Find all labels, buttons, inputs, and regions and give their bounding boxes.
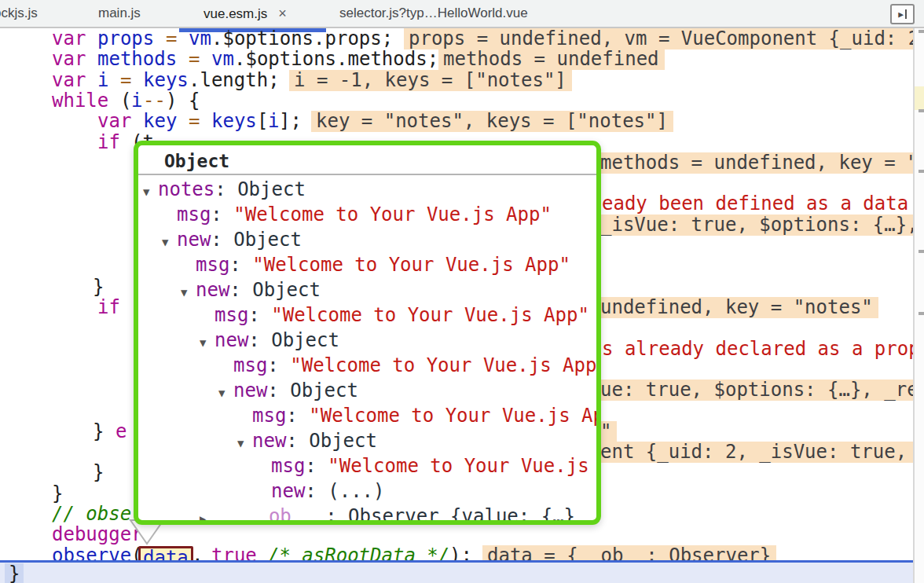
keyword-token: if	[97, 132, 120, 153]
tab-label: vue.esm.js	[204, 6, 267, 21]
code-token: (	[120, 90, 131, 112]
tree-node[interactable]: ▼new: Object	[138, 378, 596, 403]
tree-node[interactable]: msg: "Welcome to Your Vue.js App"	[138, 252, 596, 277]
show-panel-icon[interactable]: ▶	[890, 4, 915, 24]
tab-mockjs[interactable]: ockjs.js	[0, 3, 38, 24]
object-popover: Object ▼notes: Objectmsg: "Welcome to Yo…	[134, 141, 601, 525]
tree-node[interactable]: ▼new: Object	[138, 328, 596, 353]
code-token: .$options.methods;	[234, 49, 438, 70]
chevron-expanded-icon[interactable]: ▼	[218, 380, 233, 403]
property-name: new	[214, 329, 248, 351]
tab-label: main.js	[98, 6, 141, 20]
property-separator: :	[305, 455, 328, 477]
inline-eval-value: methods = undefined	[438, 49, 665, 70]
property-value: "Welcome to Your Vue.js App"	[328, 455, 596, 477]
close-icon[interactable]: ×	[278, 3, 287, 24]
property-separator: :	[286, 405, 309, 427]
keyword-token: e	[116, 421, 126, 442]
property-name: new	[196, 279, 229, 301]
property-name: msg	[177, 204, 211, 226]
property-name: msg	[252, 405, 286, 427]
scrollbar-highlight-mark	[915, 86, 924, 110]
inline-eval-value: props = undefined, vm = VueComponent {_u…	[404, 28, 913, 50]
identifier-token: methods	[97, 49, 177, 70]
inline-eval-value: ent {_uid: 2, _isVue: true,	[596, 442, 913, 463]
string-fragment: s already declared as a prop	[602, 339, 913, 360]
operator-token: =	[120, 70, 131, 91]
chevron-expanded-icon[interactable]: ▼	[162, 229, 177, 252]
property-name: new	[177, 229, 211, 251]
tree-node[interactable]: msg: "Welcome to Your Vue.js App"	[138, 353, 596, 378]
string-fragment: eady been defined as a data p	[602, 193, 913, 214]
popover-title: Object	[138, 145, 596, 175]
property-name: msg	[196, 254, 229, 276]
code-line: while(i--) {	[0, 90, 913, 112]
devtools-sources-panel: ockjs.js main.js vue.esm.js× selector.js…	[0, 0, 924, 583]
tree-node[interactable]: msg: "Welcome to Your Vue.js App"	[138, 453, 596, 478]
scrollbar[interactable]	[913, 28, 924, 583]
tree-node[interactable]: ▼new: Object	[138, 277, 596, 302]
inline-eval-value: key = "notes", keys = ["notes"]	[311, 111, 673, 132]
bar-glyph	[905, 9, 907, 19]
property-value: "Welcome to Your Vue.js App"	[290, 354, 596, 376]
identifier-token: vm	[211, 49, 234, 70]
tree-node[interactable]: msg: "Welcome to Your Vue.js App"	[138, 202, 596, 227]
play-glyph: ▶	[898, 10, 904, 19]
tree-node[interactable]: msg: "Welcome to Your Vue.js App"	[138, 302, 596, 328]
keyword-token: var	[52, 70, 86, 91]
code-token: ];	[279, 111, 302, 132]
property-name: new	[233, 380, 267, 402]
property-separator: :	[305, 480, 328, 502]
inline-eval-value: undefined, key = "notes"	[596, 297, 878, 318]
tree-node[interactable]: ▼new: Object	[138, 428, 596, 453]
property-value: Object	[290, 380, 358, 402]
property-value: "Welcome to Your Vue.js App"	[252, 254, 570, 276]
tree-node[interactable]: ▶__ob__ : Observer {value: {…}	[138, 504, 596, 525]
scrollbar-mark	[918, 109, 924, 112]
chevron-expanded-icon[interactable]: ▼	[200, 330, 214, 353]
identifier-token: keys	[211, 111, 257, 132]
property-value: Object	[271, 329, 339, 351]
operator-token: --	[143, 90, 166, 112]
property-name: new	[252, 430, 286, 452]
property-value: (...)	[328, 480, 384, 502]
closing-brace: }	[5, 563, 24, 583]
property-value: "Welcome to Your Vue.js App"	[309, 405, 596, 427]
property-separator: :	[211, 229, 233, 251]
inline-eval-value: ue: true, $options: {…}, _re	[596, 380, 913, 401]
code-token: ) {	[166, 90, 200, 112]
tree-node[interactable]: ▼notes: Object	[138, 177, 596, 202]
property-separator: :	[267, 380, 290, 402]
property-value: Object	[233, 229, 302, 251]
code-line: varkey=keys[i];key = "notes", keys = ["n…	[0, 111, 913, 132]
tree-node[interactable]: new: (...)	[138, 478, 596, 504]
comment-token: // obse	[52, 504, 131, 525]
property-separator: :	[214, 178, 237, 200]
popover-tree: ▼notes: Objectmsg: "Welcome to Your Vue.…	[138, 177, 596, 520]
identifier-token: keys	[143, 70, 189, 91]
property-value: "Welcome to Your Vue.js App"	[233, 204, 552, 226]
tab-mainjs[interactable]: main.js	[98, 3, 141, 24]
property-name: new	[271, 480, 305, 502]
operator-token: =	[189, 111, 200, 132]
tab-vue-esm-js[interactable]: vue.esm.js×	[204, 3, 287, 24]
keyword-token: var	[97, 111, 131, 132]
property-value: Object	[309, 430, 377, 452]
code-line: varprops=vm.$options.props;props = undef…	[0, 28, 913, 50]
identifier-token: props	[97, 28, 154, 50]
chevron-collapsed-icon[interactable]: ▶	[200, 506, 214, 525]
keyword-token: while	[52, 90, 108, 112]
property-name: notes	[158, 178, 214, 200]
tree-node[interactable]: ▼new: Object	[138, 227, 596, 252]
property-separator: :	[248, 329, 271, 351]
chevron-expanded-icon[interactable]: ▼	[143, 179, 158, 202]
tree-node[interactable]: msg: "Welcome to Your Vue.js App"	[138, 403, 596, 428]
operator-token: =	[189, 49, 200, 70]
chevron-expanded-icon[interactable]: ▼	[237, 431, 252, 453]
tab-selector-helloworld[interactable]: selector.js?typ…HelloWorld.vue	[339, 3, 528, 24]
code-token: .length;	[189, 70, 280, 91]
chevron-expanded-icon[interactable]: ▼	[181, 280, 196, 302]
identifier-token: i	[268, 111, 279, 132]
code-token: [	[257, 111, 268, 132]
operator-token: =	[166, 28, 177, 50]
